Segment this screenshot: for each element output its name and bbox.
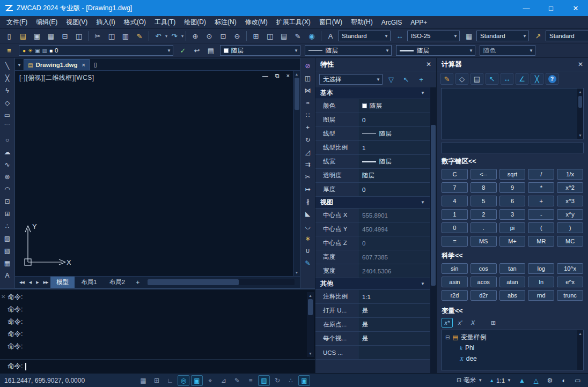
table-icon[interactable]: ▦: [1, 257, 13, 269]
close-button[interactable]: ✕: [563, 0, 588, 16]
create-block-icon[interactable]: ⊞: [1, 207, 13, 220]
auto-annotation-icon[interactable]: △: [530, 375, 542, 386]
layer-previous-icon[interactable]: ↩: [190, 44, 204, 57]
osnap-toggle[interactable]: ▣: [191, 375, 203, 386]
named-views-icon[interactable]: ◫: [263, 30, 277, 42]
trim-icon[interactable]: ✂: [302, 170, 314, 183]
section-header-2[interactable]: 视图▼: [315, 197, 430, 209]
dim-style-select[interactable]: ISO-25▼: [407, 31, 460, 41]
menu-item-7[interactable]: 绘图(D): [180, 16, 210, 28]
spline-icon[interactable]: ∿: [1, 158, 13, 170]
calc-key-sym[interactable]: <--: [471, 169, 497, 180]
open-icon[interactable]: ▤: [16, 30, 30, 42]
calc-key-sym[interactable]: /: [528, 169, 554, 180]
zoom-window-icon[interactable]: ⊡: [216, 30, 230, 42]
clean-screen-icon[interactable]: ▭: [572, 375, 584, 386]
rectangle-icon[interactable]: ▭: [1, 109, 13, 121]
menu-item-8[interactable]: 标注(N): [210, 16, 241, 28]
collapse-icon[interactable]: ⊟: [445, 334, 450, 340]
doc-minimize-icon[interactable]: —: [262, 72, 268, 79]
region-icon[interactable]: ▧: [1, 244, 13, 257]
layer-on-icon[interactable]: ●: [23, 48, 26, 54]
lineweight-toggle[interactable]: ≡: [245, 375, 256, 386]
calc-key-xy[interactable]: x^y: [557, 209, 583, 220]
viewport-controls-label[interactable]: [-][俯视][二维线框][WCS]: [19, 73, 94, 83]
add-layout-button[interactable]: +: [131, 279, 144, 286]
text-style-icon[interactable]: A: [324, 30, 337, 42]
property-value[interactable]: 555.8901: [358, 209, 430, 222]
document-tab[interactable]: ▤ Drawing1.dwg ×: [24, 59, 90, 70]
select-objects-icon[interactable]: ↖: [399, 73, 413, 86]
save-as-icon[interactable]: ▦: [44, 30, 58, 42]
next-layout-icon[interactable]: ▶: [34, 280, 40, 285]
calc-key-x2[interactable]: x^2: [557, 182, 583, 193]
calculator-close-icon[interactable]: ✕: [578, 61, 583, 68]
get-coordinates-icon[interactable]: ↖: [486, 73, 498, 85]
grid-toggle[interactable]: ▦: [137, 375, 149, 386]
calc-key-atan[interactable]: atan: [499, 277, 526, 287]
menu-item-1[interactable]: 文件(F): [2, 16, 32, 28]
text-style-select[interactable]: Standard▼: [338, 31, 391, 41]
layer-lock-icon[interactable]: ▣: [35, 48, 40, 54]
menu-item-12[interactable]: 帮助(H): [347, 16, 377, 28]
otrack-toggle[interactable]: ⌖: [204, 375, 216, 386]
property-value[interactable]: [358, 346, 430, 359]
new-drawing-icon[interactable]: ▯: [90, 61, 101, 70]
calc-key-C[interactable]: C: [442, 169, 468, 180]
offset-icon[interactable]: ≈: [302, 96, 314, 109]
stretch-icon[interactable]: ⇉: [302, 158, 314, 170]
layout-tab-2[interactable]: 布局1: [75, 277, 102, 288]
redo-dropdown-icon[interactable]: ▾: [181, 34, 183, 39]
calc-key-sym[interactable]: (: [528, 222, 554, 233]
zoom-realtime-icon[interactable]: ⊙: [202, 30, 216, 42]
calc-key-10x[interactable]: 10^x: [557, 263, 583, 274]
numpad-section-label[interactable]: 数字键区<<: [437, 153, 588, 168]
calc-key-sin[interactable]: sin: [442, 263, 468, 274]
property-value[interactable]: 2404.5306: [358, 264, 430, 278]
tree-item[interactable]: Xdee: [442, 353, 583, 364]
menu-item-3[interactable]: 视图(V): [62, 16, 92, 28]
layer-properties-icon[interactable]: ≡: [2, 44, 16, 57]
intersection-icon[interactable]: ╳: [531, 73, 543, 85]
drawing-horizontal-scrollbar[interactable]: [148, 279, 295, 285]
tree-item[interactable]: kPhi: [442, 343, 583, 353]
prev-layout-icon[interactable]: ◀: [27, 280, 33, 285]
calc-key-asin[interactable]: asin: [442, 277, 468, 287]
table-style-icon[interactable]: ▦: [462, 30, 476, 42]
calc-key-acos[interactable]: acos: [471, 277, 497, 287]
dyn-toggle[interactable]: ✎: [231, 375, 243, 386]
calc-key-sym[interactable]: =: [442, 236, 468, 247]
ellipse-arc-icon[interactable]: ◠: [1, 183, 13, 195]
calc-key-abs[interactable]: abs: [499, 290, 526, 301]
menu-item-5[interactable]: 格式(O): [120, 16, 150, 28]
polygon-icon[interactable]: ◇: [1, 96, 13, 109]
plotstyle-select[interactable]: 随色▼: [480, 45, 535, 56]
polyline-icon[interactable]: ϟ: [1, 84, 13, 96]
arc-icon[interactable]: ⌒: [1, 121, 13, 133]
mirror-icon[interactable]: ⋈: [302, 84, 314, 96]
rotate-icon[interactable]: ↻: [302, 133, 314, 146]
osnap-3d-toggle[interactable]: ∴: [285, 375, 297, 386]
calc-key-sym[interactable]: +: [528, 196, 554, 206]
property-value[interactable]: 随层: [358, 169, 430, 182]
sheet-set-icon[interactable]: ▤: [277, 30, 291, 42]
cycle-toggle[interactable]: ↻: [271, 375, 283, 386]
calc-key-pi[interactable]: pi: [499, 222, 526, 233]
layer-plot-icon[interactable]: ▥: [42, 48, 47, 54]
hatch-icon[interactable]: ▨: [1, 232, 13, 244]
calc-key-MC[interactable]: MC: [557, 236, 583, 247]
tree-scrollbar[interactable]: ▲: [577, 330, 583, 370]
linetype-select[interactable]: 随层▼: [305, 45, 392, 56]
calc-key-7[interactable]: 7: [442, 182, 468, 193]
make-layer-current-icon[interactable]: ✓: [176, 44, 190, 57]
calc-key-0[interactable]: 0: [442, 222, 468, 233]
tab-list-icon[interactable]: ▼: [15, 63, 24, 70]
explode-icon[interactable]: ∗: [302, 232, 314, 244]
clear-icon[interactable]: ✎: [440, 73, 453, 85]
calc-key-sym[interactable]: ): [557, 222, 583, 233]
maximize-button[interactable]: □: [539, 0, 563, 16]
line-icon[interactable]: ╲: [1, 59, 13, 72]
move-icon[interactable]: +: [302, 121, 314, 133]
property-value[interactable]: 607.7385: [358, 250, 430, 264]
mleader-style-select[interactable]: Standard▼: [546, 31, 588, 41]
